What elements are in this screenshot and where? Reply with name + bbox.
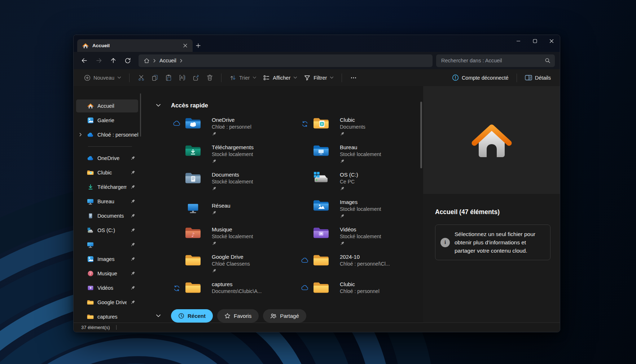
title-bar[interactable]: Accueil — [74, 35, 560, 52]
desktop-folder-icon — [313, 144, 329, 157]
tile-onedrive[interactable]: OneDriveChloé : personnel — [168, 115, 297, 142]
pin-icon — [130, 242, 135, 247]
images-icon — [87, 256, 94, 263]
sidebar-item-videos[interactable]: Vidéos — [76, 281, 138, 294]
tile-2024-10[interactable]: 2024-10Chloé : personnel\Cl... — [297, 252, 423, 279]
cut-button[interactable] — [134, 72, 148, 84]
tab-favoris[interactable]: Favoris — [217, 309, 259, 323]
new-tab-button[interactable] — [193, 39, 203, 52]
pin-icon — [340, 214, 345, 218]
tab-recent[interactable]: Récent — [171, 309, 213, 323]
delete-button[interactable] — [203, 72, 216, 84]
details-title: Accueil (47 éléments) — [435, 208, 551, 216]
sidebar-item-google-drive[interactable]: Google Drive — [76, 296, 138, 309]
breadcrumb-location[interactable]: Accueil — [159, 58, 176, 63]
svg-text:♪: ♪ — [191, 231, 195, 238]
chevron-right-icon[interactable] — [180, 59, 183, 63]
tile-name: Clubic — [340, 116, 365, 124]
more-button[interactable] — [347, 72, 360, 84]
sidebar-item-musique[interactable]: ♪ Musique — [76, 267, 138, 280]
sidebar-item-onedrive[interactable]: OneDrive — [76, 152, 138, 165]
info-text: Sélectionnez un seul fichier pour obteni… — [455, 230, 545, 255]
back-button[interactable] — [77, 54, 92, 67]
tile-clubic-documents[interactable]: D ClubicDocuments — [297, 115, 423, 142]
tile-documents[interactable]: DocumentsStocké localement — [168, 169, 297, 197]
tile-name: Documents — [212, 171, 253, 178]
arrow-up-icon — [110, 57, 117, 64]
svg-text:D: D — [321, 122, 323, 126]
account-status-button[interactable]: Compte déconnecté — [449, 72, 512, 84]
search-box[interactable] — [436, 54, 555, 67]
sidebar-item-monitor[interactable] — [76, 238, 138, 251]
tile-clubic-personnel[interactable]: ClubicChloé : personnel — [297, 279, 423, 306]
sidebar-item-galerie[interactable]: Galerie — [76, 114, 138, 127]
home-outline-icon — [144, 58, 150, 63]
tile-images[interactable]: ImagesStocké localement — [297, 197, 423, 224]
sidebar-scrollbar[interactable] — [140, 93, 141, 137]
view-button[interactable]: Afficher — [260, 72, 301, 84]
search-input[interactable] — [440, 57, 545, 64]
tile-os-c[interactable]: OS (C:)Ce PC — [297, 169, 423, 197]
new-button[interactable]: Nouveau — [81, 72, 124, 84]
sidebar-item-label: Clubic — [97, 170, 127, 176]
tile-reseau[interactable]: Réseau — [168, 197, 297, 224]
downloads-folder-icon — [185, 144, 201, 157]
sidebar-item-captures[interactable]: captures — [76, 310, 138, 323]
copy-button[interactable] — [148, 72, 162, 84]
section-title: Accès rapide — [171, 102, 208, 109]
tile-name: OneDrive — [212, 116, 251, 124]
tab-partage[interactable]: Partagé — [263, 309, 306, 323]
chevron-right-icon — [153, 59, 156, 63]
folder-icon — [87, 314, 94, 320]
videos-folder-icon — [313, 226, 329, 240]
tab-accueil[interactable]: Accueil — [77, 39, 193, 52]
section-collapse-chevron[interactable] — [156, 104, 161, 107]
filter-button[interactable]: Filtrer — [301, 72, 337, 84]
sidebar-item-clubic[interactable]: D Clubic — [76, 166, 138, 179]
desktop: Accueil — [0, 0, 636, 364]
sidebar-item-label: Google Drive — [97, 299, 127, 305]
tile-name: captures — [212, 281, 262, 288]
svg-text:A: A — [180, 76, 183, 80]
details-pane-button[interactable]: Détails — [522, 72, 554, 84]
share-button[interactable] — [189, 72, 203, 84]
close-window-button[interactable] — [543, 35, 560, 47]
tile-subtitle: Ce PC — [340, 178, 358, 185]
sidebar-item-accueil[interactable]: Accueil — [76, 99, 138, 112]
tile-captures[interactable]: capturesDocuments\Clubic\A... — [168, 279, 297, 306]
main-scrollbar[interactable] — [420, 102, 422, 168]
rename-button[interactable]: A — [175, 72, 189, 84]
tile-google-drive[interactable]: Google DriveChloé Claessens — [168, 252, 297, 279]
sidebar-item-bureau[interactable]: Bureau — [76, 195, 138, 208]
breadcrumb[interactable]: Accueil — [139, 54, 433, 67]
maximize-button[interactable] — [527, 35, 543, 47]
tile-musique[interactable]: ♪ MusiqueStocké localement — [168, 224, 297, 252]
up-button[interactable] — [106, 54, 120, 67]
sidebar-item-telechargements[interactable]: Téléchargements — [76, 181, 138, 194]
expander-chevron-icon[interactable] — [79, 133, 82, 137]
sort-label: Trier — [239, 75, 250, 81]
tile-telechargements[interactable]: TéléchargementsStocké localement — [168, 142, 297, 169]
section-collapse-chevron[interactable] — [156, 314, 161, 318]
forward-button[interactable] — [92, 54, 106, 67]
sidebar-item-label: Documents — [97, 213, 127, 219]
refresh-button[interactable] — [120, 54, 135, 67]
preview-area — [423, 86, 560, 194]
tile-bureau[interactable]: BureauStocké localement — [297, 142, 423, 169]
monitor-icon — [87, 241, 94, 248]
sidebar-item-os-c[interactable]: OS (C:) — [76, 224, 138, 237]
sidebar-item-images[interactable]: Images — [76, 253, 138, 266]
search-icon — [545, 58, 551, 63]
sidebar-item-chloe-personnel[interactable]: Chloé : personnel — [76, 128, 138, 141]
tab-close-button[interactable] — [180, 41, 190, 50]
minimize-button[interactable] — [510, 35, 527, 47]
pin-icon — [130, 257, 135, 262]
tile-subtitle: Stocké localement — [212, 178, 253, 185]
sidebar-item-label: Accueil — [97, 103, 138, 109]
plus-icon — [196, 43, 201, 48]
sidebar-item-documents[interactable]: Documents — [76, 209, 138, 222]
tile-subtitle: Stocké localement — [340, 206, 381, 213]
paste-button[interactable] — [162, 72, 175, 84]
tile-videos[interactable]: VidéosStocké localement — [297, 224, 423, 252]
sort-button[interactable]: Trier — [226, 72, 260, 84]
